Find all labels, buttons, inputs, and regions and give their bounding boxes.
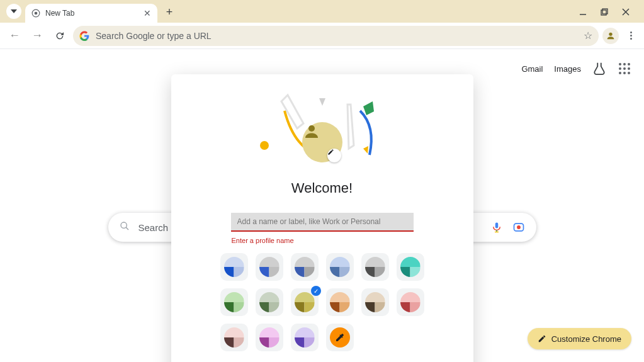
theme-swatch[interactable] (397, 253, 424, 281)
theme-swatch[interactable] (326, 253, 354, 281)
search-icon (120, 221, 130, 234)
theme-swatch[interactable] (220, 253, 248, 281)
voice-search-icon[interactable] (491, 222, 502, 233)
svg-point-8 (121, 222, 127, 228)
profile-illustration (240, 86, 404, 167)
person-icon (302, 122, 321, 141)
svg-point-7 (609, 32, 612, 35)
theme-swatch[interactable]: ✓ (291, 288, 319, 316)
theme-swatch[interactable] (361, 288, 389, 316)
theme-swatch[interactable] (361, 253, 389, 281)
new-tab-button[interactable]: + (161, 4, 178, 20)
gmail-link[interactable]: Gmail (521, 64, 543, 74)
edit-avatar-button[interactable] (327, 149, 341, 162)
reload-icon (55, 31, 65, 41)
custom-color-button[interactable] (326, 324, 354, 351)
labs-icon[interactable] (592, 62, 606, 76)
chrome-menu-button[interactable] (623, 31, 639, 40)
pencil-icon (327, 149, 334, 156)
svg-point-15 (260, 141, 269, 150)
theme-swatch[interactable] (291, 253, 319, 281)
window-minimize-button[interactable] (579, 8, 587, 16)
svg-marker-16 (319, 98, 325, 106)
window-close-button[interactable] (621, 8, 630, 16)
profile-name-input[interactable] (231, 213, 414, 232)
google-g-icon (79, 31, 89, 41)
profile-avatar[interactable] (302, 122, 342, 162)
tab-search-button[interactable] (6, 4, 21, 19)
bookmark-button[interactable]: ☆ (584, 30, 592, 42)
svg-marker-17 (363, 101, 374, 115)
svg-rect-10 (495, 223, 498, 229)
customize-label: Customize Chrome (551, 334, 621, 344)
eyedropper-icon (335, 332, 345, 342)
chevron-down-icon (11, 9, 17, 13)
new-tab-page: Gmail Images Search Google or type a URL (0, 49, 644, 362)
tab-title: New Tab (45, 9, 138, 18)
check-icon: ✓ (311, 286, 321, 296)
profile-button[interactable] (602, 28, 619, 44)
profile-name-error: Enter a profile name (232, 237, 294, 244)
svg-point-1 (35, 12, 38, 15)
theme-swatch[interactable] (256, 324, 283, 351)
theme-swatch[interactable] (256, 288, 283, 316)
chrome-ntp-icon (31, 9, 40, 18)
svg-marker-18 (363, 146, 368, 154)
person-icon (606, 31, 616, 41)
pencil-icon (538, 334, 546, 343)
profile-setup-dialog: Welcome! Enter a profile name ✓ Done Del… (171, 74, 473, 362)
forward-button[interactable]: → (28, 26, 47, 45)
browser-tab[interactable]: New Tab ✕ (25, 4, 157, 23)
theme-swatch[interactable] (291, 324, 319, 351)
ntp-header-links: Gmail Images (521, 62, 631, 76)
omnibox-placeholder: Search Google or type a URL (96, 31, 577, 41)
lens-search-icon[interactable] (512, 221, 525, 234)
images-link[interactable]: Images (554, 64, 581, 74)
window-controls (579, 8, 640, 23)
close-tab-button[interactable]: ✕ (144, 8, 151, 18)
welcome-title: Welcome! (291, 180, 353, 196)
titlebar: New Tab ✕ + (0, 0, 644, 23)
kebab-icon (630, 31, 632, 40)
svg-point-14 (517, 225, 521, 229)
theme-swatch[interactable] (326, 288, 354, 316)
svg-point-19 (308, 125, 315, 132)
svg-line-9 (126, 227, 128, 230)
theme-swatch[interactable] (256, 253, 283, 281)
theme-swatch[interactable] (220, 288, 248, 316)
back-button[interactable]: ← (5, 26, 24, 45)
window-restore-button[interactable] (600, 8, 609, 16)
theme-swatch[interactable] (397, 288, 424, 316)
theme-swatch[interactable] (220, 324, 248, 351)
customize-chrome-button[interactable]: Customize Chrome (528, 328, 631, 349)
svg-rect-3 (601, 10, 606, 15)
apps-button[interactable] (618, 62, 631, 76)
apps-grid-icon (619, 63, 631, 75)
toolbar: ← → Search Google or type a URL ☆ (0, 23, 644, 49)
theme-swatches: ✓ (220, 253, 424, 351)
svg-rect-4 (602, 9, 607, 14)
reload-button[interactable] (50, 26, 69, 45)
omnibox[interactable]: Search Google or type a URL ☆ (73, 26, 599, 46)
